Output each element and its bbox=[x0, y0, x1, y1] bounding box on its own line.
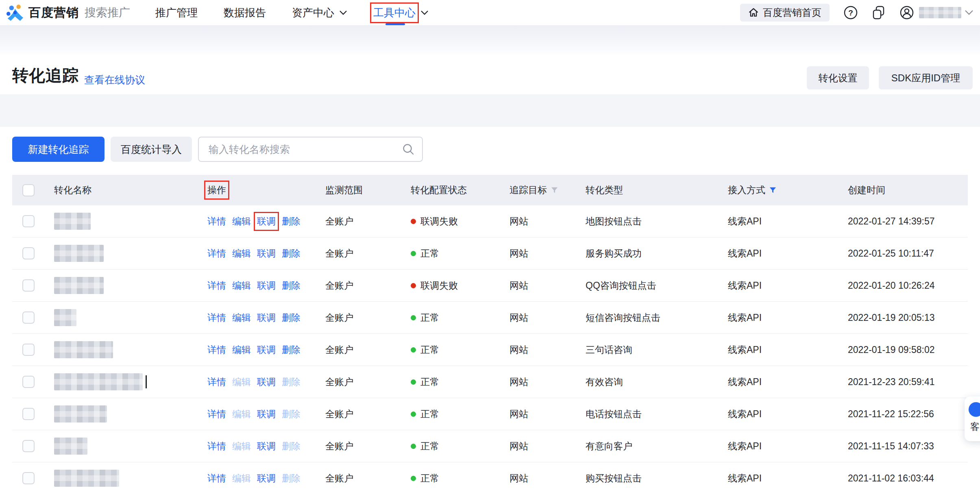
joint-debug-link[interactable]: 联调 bbox=[257, 440, 276, 453]
delete-link[interactable]: 删除 bbox=[282, 344, 301, 356]
edit-link[interactable]: 编辑 bbox=[232, 247, 251, 260]
filter-icon[interactable] bbox=[769, 186, 777, 194]
status-dot-icon bbox=[411, 219, 416, 224]
nav-item-3[interactable]: 工具中心 bbox=[373, 0, 429, 25]
new-conversion-button[interactable]: 新建转化追踪 bbox=[12, 137, 105, 162]
type-cell: 有意向客户 bbox=[586, 440, 728, 453]
edit-link[interactable]: 编辑 bbox=[232, 311, 251, 324]
joint-debug-link[interactable]: 联调 bbox=[257, 247, 276, 260]
select-all-checkbox[interactable] bbox=[22, 184, 35, 196]
status-cell: 正常 bbox=[411, 376, 510, 388]
joint-debug-link[interactable]: 联调 bbox=[257, 408, 276, 420]
row-checkbox[interactable] bbox=[22, 376, 35, 388]
column-header-label: 接入方式 bbox=[728, 184, 765, 196]
conversion-name-redacted bbox=[54, 309, 76, 326]
detail-link[interactable]: 详情 bbox=[207, 247, 226, 260]
joint-debug-link[interactable]: 联调 bbox=[257, 215, 276, 228]
access-cell: 线索API bbox=[728, 376, 848, 388]
detail-link[interactable]: 详情 bbox=[207, 215, 226, 228]
status-cell: 正常 bbox=[411, 311, 510, 324]
detail-link[interactable]: 详情 bbox=[207, 376, 226, 388]
nav-right: 百度营销首页 ? bbox=[740, 4, 973, 22]
detail-link[interactable]: 详情 bbox=[207, 279, 226, 292]
delete-link[interactable]: 删除 bbox=[282, 215, 301, 228]
joint-debug-link[interactable]: 联调 bbox=[257, 311, 276, 324]
detail-link[interactable]: 详情 bbox=[207, 311, 226, 324]
actions-cell: 详情编辑联调删除 bbox=[207, 408, 325, 420]
home-button[interactable]: 百度营销首页 bbox=[740, 4, 830, 22]
access-cell: 线索API bbox=[728, 344, 848, 356]
delete-link[interactable]: 删除 bbox=[282, 247, 301, 260]
filter-icon[interactable] bbox=[551, 186, 558, 194]
conversion-settings-button[interactable]: 转化设置 bbox=[807, 66, 869, 89]
nav-item-0[interactable]: 推广管理 bbox=[155, 0, 198, 25]
type-cell: 服务购买成功 bbox=[586, 247, 728, 260]
joint-debug-link[interactable]: 联调 bbox=[257, 472, 276, 485]
row-checkbox[interactable] bbox=[22, 215, 35, 227]
detail-link[interactable]: 详情 bbox=[207, 472, 226, 485]
actions-cell: 详情编辑联调删除 bbox=[207, 311, 325, 324]
detail-link[interactable]: 详情 bbox=[207, 440, 226, 453]
nav-item-2[interactable]: 资产中心 bbox=[292, 0, 347, 25]
baidu-marketing-logo-icon bbox=[6, 3, 24, 22]
search-input[interactable] bbox=[198, 137, 423, 162]
row-checkbox[interactable] bbox=[22, 440, 35, 452]
edit-link[interactable]: 编辑 bbox=[232, 440, 251, 453]
status-cell: 正常 bbox=[411, 344, 510, 356]
row-checkbox[interactable] bbox=[22, 472, 35, 484]
actions-cell: 详情编辑联调删除 bbox=[207, 440, 325, 453]
row-checkbox[interactable] bbox=[22, 247, 35, 259]
nav-item-1[interactable]: 数据报告 bbox=[224, 0, 266, 25]
edit-link[interactable]: 编辑 bbox=[232, 215, 251, 228]
delete-link[interactable]: 删除 bbox=[282, 376, 301, 388]
table-row: 详情编辑联调删除全账户正常网站短信咨询按钮点击线索API2022-01-19 2… bbox=[12, 302, 968, 334]
table-row: 详情编辑联调删除全账户正常网站电话按钮点击线索API2021-11-22 15:… bbox=[12, 398, 968, 430]
row-checkbox-cell bbox=[12, 376, 54, 388]
row-checkbox[interactable] bbox=[22, 408, 35, 420]
edit-link[interactable]: 编辑 bbox=[232, 376, 251, 388]
row-checkbox-cell bbox=[12, 215, 54, 227]
account-menu-chevron-icon[interactable] bbox=[965, 10, 973, 15]
toolbar: 新建转化追踪 百度统计导入 bbox=[12, 137, 423, 162]
search-box[interactable] bbox=[198, 137, 423, 162]
edit-link[interactable]: 编辑 bbox=[232, 472, 251, 485]
status-label: 联调失败 bbox=[420, 279, 458, 292]
status-cell: 正常 bbox=[411, 440, 510, 453]
status-dot-icon bbox=[411, 476, 416, 481]
joint-debug-link[interactable]: 联调 bbox=[257, 376, 276, 388]
switch-account-icon[interactable] bbox=[872, 5, 886, 20]
joint-debug-link[interactable]: 联调 bbox=[257, 344, 276, 356]
target-cell: 网站 bbox=[510, 279, 586, 292]
user-avatar-icon[interactable] bbox=[899, 5, 914, 20]
row-checkbox[interactable] bbox=[22, 311, 35, 324]
help-icon[interactable]: ? bbox=[843, 5, 858, 20]
row-checkbox[interactable] bbox=[22, 279, 35, 292]
column-header-label: 转化配置状态 bbox=[411, 184, 467, 196]
search-icon[interactable] bbox=[402, 143, 415, 156]
delete-link[interactable]: 删除 bbox=[282, 472, 301, 485]
customer-service-widget[interactable]: 客 bbox=[965, 396, 980, 441]
sdk-app-id-button[interactable]: SDK应用ID管理 bbox=[879, 66, 973, 89]
row-checkbox[interactable] bbox=[22, 344, 35, 356]
row-checkbox-cell bbox=[12, 472, 54, 484]
edit-link[interactable]: 编辑 bbox=[232, 408, 251, 420]
delete-link[interactable]: 删除 bbox=[282, 440, 301, 453]
joint-debug-link[interactable]: 联调 bbox=[257, 279, 276, 292]
delete-link[interactable]: 删除 bbox=[282, 408, 301, 420]
baidu-tongji-import-button[interactable]: 百度统计导入 bbox=[111, 137, 192, 162]
table-row: 详情编辑联调删除全账户正常网站购买按钮点击线索API2021-11-02 16:… bbox=[12, 462, 968, 490]
protocol-link[interactable]: 查看在线协议 bbox=[84, 73, 145, 87]
detail-link[interactable]: 详情 bbox=[207, 408, 226, 420]
edit-link[interactable]: 编辑 bbox=[232, 344, 251, 356]
edit-link[interactable]: 编辑 bbox=[232, 279, 251, 292]
delete-link[interactable]: 删除 bbox=[282, 279, 301, 292]
active-tab-underline bbox=[385, 23, 405, 25]
actions-cell: 详情编辑联调删除 bbox=[207, 472, 325, 485]
brand[interactable]: 百度营销 搜索推广 bbox=[6, 3, 130, 22]
status-cell: 正常 bbox=[411, 408, 510, 420]
delete-link[interactable]: 删除 bbox=[282, 311, 301, 324]
detail-link[interactable]: 详情 bbox=[207, 344, 226, 356]
status-label: 正常 bbox=[420, 440, 439, 453]
row-checkbox-cell bbox=[12, 344, 54, 356]
conversion-name-redacted bbox=[54, 245, 104, 262]
